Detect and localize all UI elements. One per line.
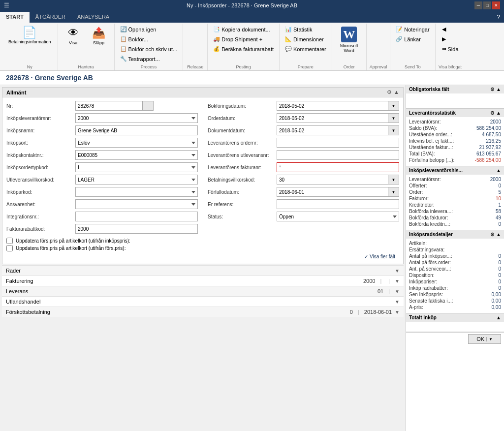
select-ansvarenhet[interactable]: [75, 199, 198, 209]
select-inkoparkod[interactable]: [75, 187, 198, 197]
sidebar-inkopsradsdetaljer-header[interactable]: Inköpsradsdetaljer ⚙ ▲: [406, 230, 504, 239]
close-button[interactable]: ✕: [492, 1, 500, 9]
ok-button[interactable]: OK ▼: [468, 334, 501, 344]
betalningsinformation-button[interactable]: 📄 Betalningsinformation: [5, 25, 55, 46]
sidebar-label-forfallna: Förfallna belopp (...):: [409, 157, 454, 163]
sidebar-inkopsleverantor-header[interactable]: Inköpsleverantörshis... ▲: [406, 166, 504, 175]
general-section-header[interactable]: Allmänt ⚙ ▲: [2, 88, 403, 97]
dimensioner-button[interactable]: 📐 Dimensioner: [283, 34, 329, 44]
lankar-button[interactable]: 🔗 Länkar: [393, 34, 432, 44]
select-inkopsort[interactable]: Eslöv: [75, 138, 198, 148]
ribbon-tab-analyze[interactable]: ANALYSERA: [71, 12, 115, 23]
sidebar-obligatoriska-header[interactable]: Obligatoriska fält ⚙ ▲: [406, 85, 504, 93]
ribbon-col-process: 🔄 Öppna igen 📋 Bokför... 📋 Bokför och sk…: [118, 25, 180, 63]
sidebar-obligatoriska-settings[interactable]: ⚙: [490, 87, 495, 92]
sidebar-value-leverantor-nr: 2000: [490, 119, 501, 124]
main-content: Allmänt ⚙ ▲ Nr:: [0, 85, 406, 431]
kommentarer-button[interactable]: 💬 Kommentarer: [283, 44, 329, 54]
input-fakturarabattkod[interactable]: [75, 224, 198, 234]
label-bokforingsdatum: Bokföringsdatum:: [208, 103, 277, 109]
testrapport-button[interactable]: 🔧 Testrapport...: [118, 54, 180, 63]
help-button[interactable]: ?: [493, 12, 504, 23]
microsoft-word-button[interactable]: W MicrosoftWord: [337, 25, 362, 55]
input-betalningsvillkor[interactable]: [277, 175, 388, 185]
betalningsinformation-label: Betalningsinformation: [8, 39, 51, 44]
ribbon-group-ny-items: 📄 Betalningsinformation: [5, 25, 55, 63]
dokumentdatum-dropdown-btn[interactable]: ▼: [388, 125, 399, 135]
sidebar-row-antal-inkopsor: Antal på inköpsor...: 0: [409, 253, 501, 259]
select-kontakt[interactable]: E000085: [75, 150, 198, 160]
label-leverantor: Inköpsleverantörsnr:: [6, 116, 75, 121]
orderdatum-dropdown-btn[interactable]: ▼: [388, 113, 399, 123]
window-title: Ny - Inköpsorder - 282678 · Grene Sverig…: [9, 2, 474, 8]
forfallodatum-dropdown-btn[interactable]: ▼: [388, 187, 399, 197]
bokfor-button[interactable]: 📋 Bokför...: [118, 34, 180, 44]
sida-button[interactable]: ➡ Sida: [440, 44, 461, 54]
label-ordertypkod: Inköpsordertypkod:: [6, 165, 75, 170]
input-integrationsnr[interactable]: [75, 212, 198, 221]
show-more-fields[interactable]: ✓ Visa fler fält: [6, 252, 399, 261]
drop-shipment-button[interactable]: 🚚 Drop Shipment +: [211, 34, 276, 44]
leverans-section[interactable]: Leverans 01 | ▼: [2, 286, 404, 296]
sidebar-inkopsradsdetaljer-settings[interactable]: ⚙: [490, 232, 495, 237]
rader-section[interactable]: Rader ▼: [2, 265, 404, 276]
sidebar-label-total: Total (BVA):: [409, 151, 435, 156]
nav-next-button[interactable]: ▶: [440, 34, 461, 44]
form-row-kontakt: Inköpskontaktnr.: E000085: [6, 150, 198, 160]
sidebar-leverantorsstatistik-settings[interactable]: ⚙: [490, 110, 495, 116]
noteringar-button[interactable]: 📝 Noteringar: [393, 25, 432, 34]
checkbox-uppdatera-inkopspris[interactable]: [6, 238, 13, 244]
general-settings-icon[interactable]: ⚙: [387, 89, 392, 95]
checkbox-uppdatera-fors-pris[interactable]: [6, 245, 13, 251]
input-dokumentdatum[interactable]: [277, 125, 388, 135]
select-leverantor[interactable]: 2000: [75, 113, 198, 123]
sidebar-totalt-header[interactable]: Totalt inköp ▲: [406, 313, 504, 322]
sidebar-value-saldo: 586 254,00: [476, 125, 501, 131]
sidebar-label-utstaende-order: Utestående order...:: [409, 132, 452, 137]
input-bokforingsdatum[interactable]: [277, 101, 388, 111]
input-forfallodatum[interactable]: [277, 187, 388, 197]
minimize-button[interactable]: ─: [474, 1, 482, 9]
betalningsvillkor-dropdown-btn[interactable]: ▼: [388, 175, 399, 185]
general-expand-icon[interactable]: ▲: [394, 89, 399, 95]
bokforingsdatum-dropdown-btn[interactable]: ▼: [388, 101, 399, 111]
select-ordertypkod[interactable]: I: [75, 162, 198, 172]
utlandshandel-section[interactable]: Utlandshandel ▼: [2, 296, 404, 307]
statistik-button[interactable]: 📊 Statistik: [283, 25, 329, 34]
select-utleverans[interactable]: LAGER: [75, 175, 198, 185]
sidebar-inkopsradsdetaljer-expand[interactable]: ▲: [496, 232, 501, 237]
input-leverantors-fakturanr[interactable]: [277, 162, 399, 172]
maximize-button[interactable]: □: [483, 1, 491, 9]
label-nr: Nr:: [6, 103, 75, 109]
slapp-button[interactable]: 📤 Släpp: [87, 25, 111, 47]
input-leverantors-utleveransnr[interactable]: [277, 150, 399, 160]
input-nr-btn[interactable]: ...: [143, 101, 154, 111]
general-section-title: Allmänt: [6, 90, 26, 95]
input-nr[interactable]: [75, 101, 143, 111]
sidebar-totalt-expand[interactable]: ▲: [496, 315, 501, 320]
bokfor-skriv-button[interactable]: 📋 Bokför och skriv ut...: [118, 44, 180, 54]
input-leverantors-ordernr[interactable]: [277, 138, 399, 148]
sidebar-leverantorsstatistik-header[interactable]: Leverantörsstatistik ⚙ ▲: [406, 109, 504, 117]
sidebar-obligatoriska-expand[interactable]: ▲: [496, 87, 501, 92]
visa-button[interactable]: 👁 Visa: [61, 25, 86, 47]
form-row-inkopsort: Inköpsort: Eslöv: [6, 137, 198, 148]
input-er-referens[interactable]: [277, 199, 399, 209]
ribbon-tab-home[interactable]: START: [0, 12, 30, 23]
oppna-igen-button[interactable]: 🔄 Öppna igen: [118, 25, 180, 34]
ok-dropdown-icon[interactable]: ▼: [486, 337, 493, 341]
input-inkopsnamn[interactable]: [75, 125, 198, 135]
nav-prev-button[interactable]: ◀: [440, 25, 461, 34]
leverans-value: 01: [378, 288, 383, 294]
berakna-fakturarabatt-button[interactable]: 💰 Beräkna fakturarabatt: [211, 44, 276, 54]
ribbon-tab-actions[interactable]: ÅTGÄRDER: [30, 12, 71, 23]
forskottsbetalning-section[interactable]: Förskottsbetalning 0 | 2018-06-01 ▼: [2, 307, 404, 317]
kopiera-dokument-button[interactable]: 📑 Kopiera dokument...: [211, 25, 276, 34]
input-orderdatum[interactable]: [277, 113, 388, 123]
bokfor-icon: 📋: [120, 36, 127, 42]
sidebar-label-utstaende-faktur: Utestående faktur...:: [409, 145, 453, 150]
sidebar-leverantorsstatistik-expand[interactable]: ▲: [496, 110, 501, 116]
select-status[interactable]: Öppen: [277, 212, 399, 221]
fakturering-section[interactable]: Fakturering 2000 | | ▼: [2, 276, 404, 286]
sidebar-inkopsleverantor-expand[interactable]: ▲: [496, 168, 501, 173]
